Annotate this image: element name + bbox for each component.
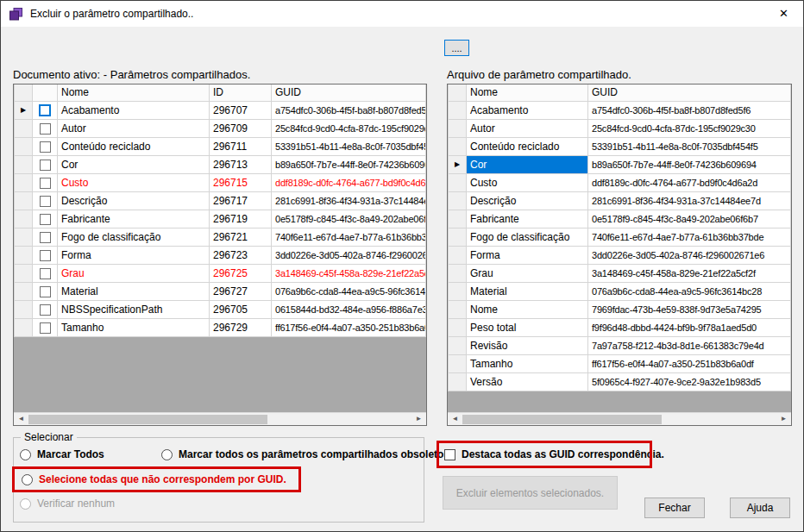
row-checkbox-cell[interactable]	[33, 300, 58, 318]
cell-guid[interactable]: 25c84fcd-9cd0-4cfa-87dc-195cf9029c30	[588, 119, 791, 137]
column-header-nome[interactable]: Nome	[467, 84, 588, 101]
cell-guid[interactable]: a754dfc0-306b-4f5f-ba8f-b807d8fed5f6	[588, 101, 791, 119]
right-grid-row[interactable]: Tamanhoff617f56-e0f4-4a07-a350-251b83b6a…	[449, 354, 791, 372]
radio-nao-correspondem-guid[interactable]: Selecione todas que não correspondem por…	[22, 472, 286, 487]
cell-nome[interactable]: Tamanho	[467, 354, 588, 372]
cell-guid[interactable]: 281c6991-8f36-4f34-931a-37c14484e...	[272, 191, 426, 210]
cell-guid[interactable]: 0615844d-bd32-484e-a956-f886a7e3f...	[272, 300, 426, 318]
right-grid-row[interactable]: Acabamentoa754dfc0-306b-4f5f-ba8f-b807d8…	[449, 101, 791, 119]
cell-nome[interactable]: Versão	[467, 372, 588, 391]
cell-id[interactable]: 296719	[210, 210, 272, 228]
row-checkbox[interactable]	[40, 160, 51, 171]
row-checkbox-cell[interactable]	[33, 210, 58, 228]
row-checkbox[interactable]	[40, 286, 51, 297]
row-checkbox[interactable]	[40, 322, 51, 334]
row-checkbox[interactable]	[40, 141, 51, 153]
row-checkbox-cell[interactable]	[33, 228, 58, 246]
cell-id[interactable]: 296721	[210, 228, 272, 246]
cell-nome[interactable]: Material	[58, 282, 210, 300]
scroll-left-icon[interactable]: ◄	[448, 413, 462, 425]
row-checkbox-cell[interactable]	[33, 191, 58, 210]
row-checkbox-cell[interactable]	[33, 264, 58, 282]
cell-id[interactable]: 296715	[210, 173, 272, 191]
cell-nome[interactable]: Acabamento	[467, 101, 588, 119]
cell-guid[interactable]: 3dd0226e-3d05-402a-8746-f29600267...	[272, 246, 426, 264]
column-header-guid[interactable]: GUID	[272, 84, 426, 101]
left-grid-row[interactable]: Fabricante2967190e5178f9-c845-4f3c-8a49-…	[15, 210, 426, 228]
cell-guid[interactable]: 53391b51-4b11-4e8a-8c0f-7035dbf454f5	[588, 137, 791, 155]
cell-id[interactable]: 296727	[210, 282, 272, 300]
checkbox-icon[interactable]	[444, 449, 455, 460]
radio-marcar-obsoletos[interactable]: Marcar todos os parâmetros compartilhado…	[161, 447, 452, 462]
cell-guid[interactable]: 3dd0226e-3d05-402a-8746-f296002671e6	[588, 246, 791, 264]
cell-nome[interactable]: Autor	[58, 119, 210, 137]
row-checkbox[interactable]	[40, 250, 51, 261]
cell-nome[interactable]: Custo	[58, 173, 210, 191]
cell-nome[interactable]: Fogo de classificação	[467, 228, 588, 246]
left-grid-row[interactable]: Cor296713b89a650f-7b7e-44ff-8e0f-74236b6…	[15, 155, 426, 173]
cell-nome[interactable]: Conteúdo reciclado	[467, 137, 588, 155]
row-checkbox-cell[interactable]	[33, 318, 58, 336]
cell-nome[interactable]: Descrição	[58, 191, 210, 210]
radio-icon[interactable]	[20, 449, 31, 460]
cell-guid[interactable]: 740f6e11-e67d-4ae7-b77a-61b36bb37bde	[588, 228, 791, 246]
close-icon[interactable]: ✕	[764, 1, 803, 26]
cell-guid[interactable]: ff617f56-e0f4-4a07-a350-251b83b6a0df	[588, 354, 791, 372]
row-checkbox-cell[interactable]	[33, 246, 58, 264]
row-checkbox-cell[interactable]	[33, 119, 58, 137]
row-checkbox-cell[interactable]	[33, 101, 58, 119]
cell-guid[interactable]: ddf8189c-d0fc-4764-a677-bd9f0c4d6a...	[272, 173, 426, 191]
right-grid-row[interactable]: Fabricante0e5178f9-c845-4f3c-8a49-202abe…	[449, 210, 791, 228]
radio-icon[interactable]	[161, 449, 173, 460]
cell-guid[interactable]: a754dfc0-306b-4f5f-ba8f-b807d8fed5f6	[272, 101, 426, 119]
scrollbar-thumb[interactable]	[462, 415, 662, 424]
cell-guid[interactable]: 3a148469-c45f-458a-829e-21ef22a5cf2f	[272, 264, 426, 282]
left-grid-hscrollbar[interactable]: ◄ ►	[14, 412, 426, 425]
cell-id[interactable]: 296717	[210, 191, 272, 210]
cell-nome[interactable]: Grau	[58, 264, 210, 282]
cell-id[interactable]: 296707	[210, 101, 272, 119]
row-checkbox[interactable]	[40, 232, 51, 243]
radio-marcar-todos[interactable]: Marcar Todos	[20, 447, 104, 462]
cell-nome[interactable]: Cor	[58, 155, 210, 173]
cell-id[interactable]: 296713	[210, 155, 272, 173]
cell-nome[interactable]: Descrição	[467, 191, 588, 210]
cell-nome[interactable]: Custo	[467, 173, 588, 191]
cell-nome[interactable]: Autor	[467, 119, 588, 137]
row-checkbox[interactable]	[40, 196, 51, 207]
row-checkbox[interactable]	[40, 304, 51, 316]
cell-nome[interactable]: Fabricante	[58, 210, 210, 228]
left-grid-row[interactable]: Material296727076a9b6c-cda8-44ea-a9c5-96…	[15, 282, 426, 300]
cell-guid[interactable]: 25c84fcd-9cd0-4cfa-87dc-195cf9029c...	[272, 119, 426, 137]
right-grid-row[interactable]: Material076a9b6c-cda8-44ea-a9c5-96fc3614…	[449, 282, 791, 300]
column-header-id[interactable]: ID	[210, 84, 272, 101]
scroll-right-icon[interactable]: ►	[776, 413, 791, 425]
left-grid-row[interactable]: Tamanho296729ff617f56-e0f4-4a07-a350-251…	[15, 318, 426, 336]
scrollbar-thumb[interactable]	[28, 415, 267, 424]
column-header-nome[interactable]: Nome	[58, 84, 210, 101]
cell-guid[interactable]: 7969fdac-473b-4e59-838f-9d73e5a74295	[588, 300, 791, 318]
cell-nome[interactable]: Fogo de classificação	[58, 228, 210, 246]
radio-icon[interactable]	[22, 474, 33, 485]
scroll-right-icon[interactable]: ►	[411, 413, 426, 425]
row-checkbox-cell[interactable]	[33, 173, 58, 191]
right-grid-hscrollbar[interactable]: ◄ ►	[448, 412, 791, 425]
cell-guid[interactable]: 0e5178f9-c845-4f3c-8a49-202abe06f6...	[272, 210, 426, 228]
cell-guid[interactable]: 740f6e11-e67d-4ae7-b77a-61b36bb37...	[272, 228, 426, 246]
left-grid-row[interactable]: ▶Acabamento296707a754dfc0-306b-4f5f-ba8f…	[15, 101, 426, 119]
cell-nome[interactable]: Fabricante	[467, 210, 588, 228]
cell-guid[interactable]: 0e5178f9-c845-4f3c-8a49-202abe06f6b7	[588, 210, 791, 228]
cell-nome[interactable]: Peso total	[467, 318, 588, 336]
column-header-guid[interactable]: GUID	[588, 84, 791, 101]
left-grid-row[interactable]: Conteúdo reciclado29671153391b51-4b11-4e…	[15, 137, 426, 155]
right-grid-row[interactable]: Peso totalf9f96d48-dbbd-4424-bf9b-9f78a1…	[449, 318, 791, 336]
row-checkbox[interactable]	[40, 268, 51, 279]
left-grid-row[interactable]: Custo296715ddf8189c-d0fc-4764-a677-bd9f0…	[15, 173, 426, 191]
radio-icon[interactable]	[20, 498, 31, 510]
cell-nome[interactable]: Forma	[58, 246, 210, 264]
cell-id[interactable]: 296705	[210, 300, 272, 318]
right-grid-row[interactable]: Versão5f0965c4-f927-407e-9ce2-9a32e1b983…	[449, 372, 791, 391]
right-grid-row[interactable]: Revisão7a97a758-f212-4b3d-8d1e-661383c79…	[449, 336, 791, 354]
row-checkbox[interactable]	[40, 123, 51, 135]
cell-guid[interactable]: 3a148469-c45f-458a-829e-21ef22a5cf2f	[588, 264, 791, 282]
